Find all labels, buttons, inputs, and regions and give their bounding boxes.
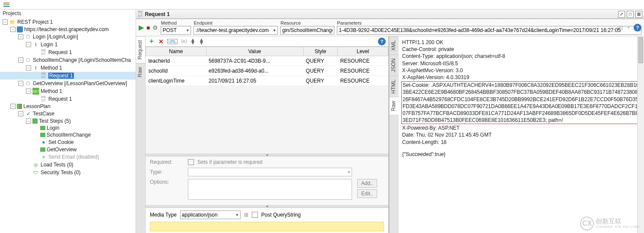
tree-sectests[interactable]: Security Tests (0) (0, 169, 136, 176)
tree-step-login[interactable]: Login (0, 124, 136, 131)
settings-button[interactable]: ⚙ (152, 24, 158, 31)
tab-title: Request 1 (145, 11, 170, 17)
col-value[interactable]: Value (206, 47, 303, 56)
tree-step-overview[interactable]: GetOverview (0, 146, 136, 153)
required-label: Required: (150, 159, 184, 165)
resp-line: X-Powered-By: ASP.NET (402, 124, 641, 131)
reorder-button[interactable]: ▲▼ (190, 38, 196, 45)
split-icon[interactable]: ▯▯ (617, 25, 623, 31)
tree-step-cookie[interactable]: Set Cookie (0, 138, 136, 146)
projects-panel: Projects −REST Project 1 −https://teache… (0, 10, 136, 233)
tree-school-method1[interactable]: −Method 1 (0, 64, 136, 72)
tree-endpoint[interactable]: −https://teacher-test.grapecitydev.com (0, 26, 136, 33)
tree-login-request1[interactable]: Request 1 (0, 48, 136, 56)
tree-overview-resource[interactable]: −GetOverview [/LessonPlan/GetOverview] (0, 80, 136, 87)
request-toolbar: ▶ ■ ⚙ Method POST▼ Endpoint ://teacher-t… (136, 19, 644, 36)
xml-button[interactable]: ⟨x⟩ (181, 38, 187, 44)
add-option-button[interactable]: Add.. (357, 179, 377, 188)
media-type-label: Media Type (150, 212, 177, 218)
resp-line: X-AspNet-Version: 4.0.30319 (402, 74, 641, 81)
tree-overview-method1[interactable]: −Method 1 (0, 87, 136, 95)
endpoint-select[interactable]: ://teacher-test.grapecitydev.com▼ (194, 26, 278, 35)
stop-button[interactable]: ■ (146, 24, 150, 31)
required-hint: Sets if parameter is required (197, 159, 263, 165)
post-qs-label: Post QueryString (261, 212, 301, 218)
method-label: Method (161, 20, 191, 26)
tree-root[interactable]: −REST Project 1 (0, 18, 136, 26)
resp-line: Content-Type: application/json; charset=… (402, 53, 641, 60)
tree-login-resource[interactable]: −Login [/Login/Login] (0, 33, 136, 41)
tree-step-email[interactable]: Send Email (disabled) (0, 153, 136, 161)
param-help-button[interactable]: ? (378, 38, 386, 45)
tree-testcase[interactable]: −TestCase (0, 110, 136, 118)
resp-set-cookie: Set-Cookie: .ASPXAUTHTEACHERV4=1880B97F0… (401, 81, 641, 124)
required-checkbox[interactable] (188, 159, 194, 165)
response-content[interactable]: HTTP/1.1 200 OK Cache-Control: private C… (399, 36, 644, 233)
window-max-icon[interactable]: □ (627, 11, 634, 18)
table-row[interactable]: teacherId5698737A-2C91-4D3B-9...QUERYRES… (146, 56, 388, 66)
resource-input[interactable] (280, 26, 334, 35)
remove-param-button[interactable]: ✕ (159, 38, 164, 45)
resp-line: Content-Length: 18 (402, 139, 641, 146)
table-row[interactable]: schoolIde9263fed-ad38-469d-a0...QUERYRES… (146, 66, 388, 76)
reorder-button-2[interactable]: ▲▼ (199, 38, 204, 45)
resp-html-tab[interactable]: HTML (390, 76, 399, 97)
add-param-button[interactable]: ＋ (148, 37, 155, 46)
raw-side-tab[interactable]: Raw (136, 63, 145, 81)
resp-xml-tab[interactable]: XML (390, 36, 399, 54)
resp-line: Server: Microsoft-IIS/8.5 (402, 60, 641, 67)
edit-option-button[interactable]: Edit.. (357, 189, 377, 198)
window-restore-icon[interactable]: ⤢ (618, 11, 625, 18)
tree-login1[interactable]: −Login 1 (0, 41, 136, 48)
resource-label: Resource (280, 20, 334, 26)
media-tool-icon[interactable]: ⊞ (244, 212, 248, 218)
tree-teststeps[interactable]: −Test Steps (5) (0, 118, 136, 124)
tree-school-request1[interactable]: Request 1 (0, 72, 136, 80)
tree-loadtests[interactable]: Load Tests (0) (0, 161, 136, 169)
resp-body: {"Succeeded":true} (402, 151, 641, 158)
url-button[interactable]: URL (167, 39, 178, 44)
options-label: Options: (150, 179, 184, 185)
parameters-label: Parameters (337, 20, 641, 26)
request-body-area[interactable] (150, 222, 384, 231)
response-scrollbar[interactable] (637, 36, 644, 233)
parameters-input[interactable] (337, 26, 641, 35)
param-empty-area (146, 86, 388, 153)
rest-icon: RE ST (138, 10, 143, 18)
table-row[interactable]: clientLoginTime2017/09/21 16:27:05QUERYR… (146, 76, 388, 86)
endpoint-label: Endpoint (194, 20, 278, 26)
tree-school-resource[interactable]: −SchoolItemChange [/Login/SchoolItemCha (0, 56, 136, 64)
tree-overview-request1[interactable]: Request 1 (0, 95, 136, 103)
tree-lessonplan[interactable]: −LessonPlan (0, 103, 136, 110)
help-button[interactable]: ? (634, 24, 641, 32)
media-type-select[interactable]: application/json▼ (180, 211, 241, 219)
window-close-icon[interactable]: ⊠ (635, 11, 642, 18)
add-icon[interactable]: ＋ (626, 24, 631, 31)
resp-raw-tab[interactable]: Raw (390, 97, 399, 115)
resp-line: HTTP/1.1 200 OK (402, 39, 641, 46)
post-qs-checkbox[interactable] (252, 212, 258, 218)
type-select[interactable]: ▼ (188, 168, 352, 176)
request-tab-header: RE ST Request 1 ⤢ □ ⊠ (136, 10, 644, 19)
request-side-tab[interactable]: Request (136, 36, 145, 63)
options-list[interactable] (188, 179, 352, 200)
col-name[interactable]: Name (146, 47, 206, 56)
col-level[interactable]: Level (338, 47, 388, 56)
tree-step-school[interactable]: SchoolItemChange (0, 131, 136, 138)
parameters-table: Name Value Style Level teacherId5698737A… (146, 47, 388, 86)
projects-title: Projects (0, 10, 136, 17)
resp-line: Date: Thu, 02 Nov 2017 11:45:45 GMT (402, 131, 641, 138)
run-button[interactable]: ▶ (139, 23, 144, 32)
resp-json-tab[interactable]: JSON (390, 54, 399, 76)
menu-icon[interactable] (3, 2, 10, 8)
resp-line: Cache-Control: private (402, 46, 641, 53)
col-style[interactable]: Style (303, 47, 338, 56)
project-tree: −REST Project 1 −https://teacher-test.gr… (0, 17, 136, 233)
resp-line: X-AspNetMvc-Version: 3.0 (402, 67, 641, 74)
type-label: Type: (150, 169, 184, 175)
method-select[interactable]: POST▼ (161, 26, 191, 35)
